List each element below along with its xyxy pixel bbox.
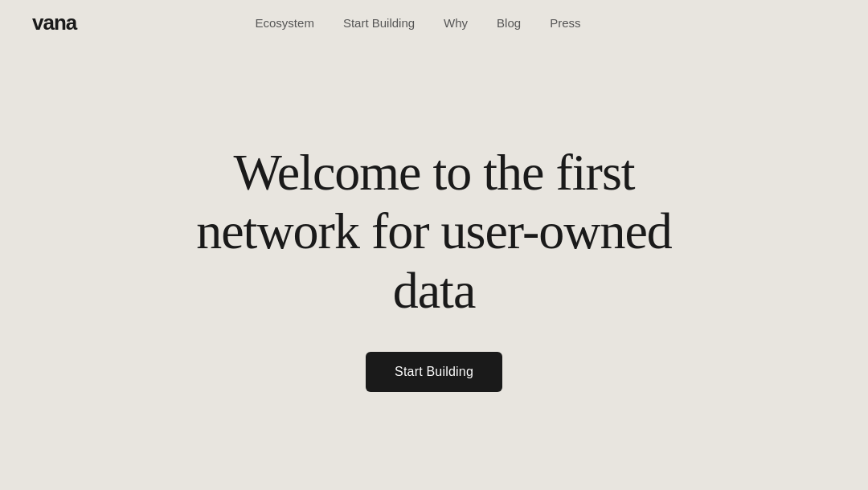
- nav-ecosystem[interactable]: Ecosystem: [256, 16, 314, 30]
- nav-start-building[interactable]: Start Building: [343, 16, 415, 30]
- navbar: vana Ecosystem Start Building Why Blog P…: [0, 0, 868, 45]
- nav-links: Ecosystem Start Building Why Blog Press: [256, 16, 581, 30]
- hero-title-line1: Welcome to the first: [233, 144, 634, 201]
- hero-title-line2: network for user-owned data: [196, 202, 672, 319]
- nav-blog[interactable]: Blog: [497, 16, 521, 30]
- nav-press[interactable]: Press: [550, 16, 580, 30]
- nav-why[interactable]: Why: [444, 16, 468, 30]
- start-building-button[interactable]: Start Building: [366, 352, 502, 392]
- hero-title: Welcome to the first network for user-ow…: [153, 143, 715, 321]
- hero-section: Welcome to the first network for user-ow…: [0, 45, 868, 490]
- brand-logo[interactable]: vana: [32, 10, 76, 35]
